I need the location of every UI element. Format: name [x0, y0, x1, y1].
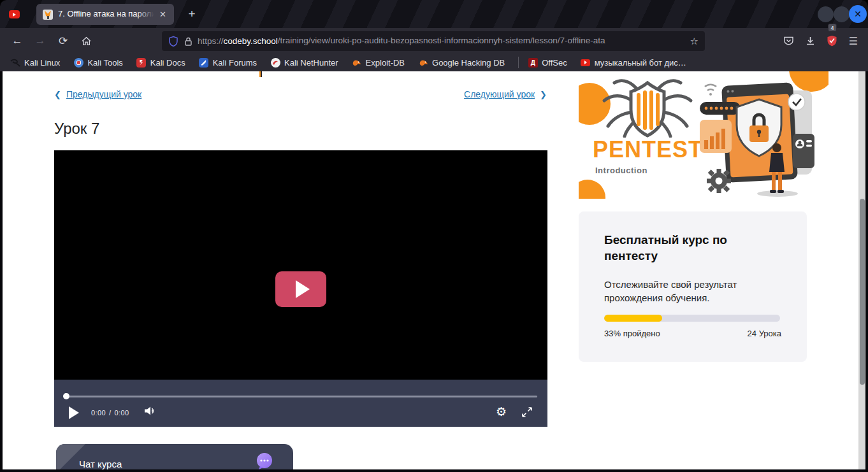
window-close-button[interactable]: ✕ [849, 5, 867, 23]
brand-subtitle: Introduction [595, 166, 647, 175]
reload-button[interactable]: ⟳ [54, 28, 73, 54]
time-display: 0:00 / 0:00 [91, 409, 129, 417]
bookmark-star-icon[interactable]: ☆ [690, 36, 698, 47]
pentest-spider-logo-icon [597, 76, 698, 138]
youtube-icon [581, 57, 591, 68]
download-icon [805, 36, 816, 46]
pocket-button[interactable] [779, 28, 798, 54]
tab-bar: 7. Offline атака на пароли ✕ + ✕ [0, 0, 868, 28]
menu-button[interactable]: ☰ [844, 28, 863, 54]
extension-badge: 4 [828, 24, 837, 32]
big-play-button[interactable] [275, 271, 326, 307]
course-card-text: Отслеживайте свой результат прохождения … [604, 278, 751, 304]
orange-blob-decoration [579, 180, 605, 199]
tracking-protection-shield-icon[interactable] [168, 36, 178, 47]
window-minimize-button[interactable] [818, 6, 834, 22]
fullscreen-button[interactable] [521, 406, 533, 420]
lessons-count-label: 24 Урока [748, 329, 781, 338]
seek-handle[interactable] [63, 393, 69, 399]
google-hacking-db-icon [418, 57, 428, 68]
progress-percent-label: 33% пройдено [604, 329, 660, 338]
chevron-left-icon: ❮ [54, 90, 61, 99]
home-button[interactable] [76, 28, 96, 54]
browser-window: 7. Offline атака на пароли ✕ + ✕ ← → ⟳ h… [0, 0, 868, 472]
course-card-title: Бесплатный курс по пентесту [604, 232, 770, 264]
video-player: 0:00 / 0:00 ⚙ [54, 150, 547, 427]
bookmarks-separator [518, 57, 519, 68]
brand-title: PENTEST [593, 136, 703, 163]
chevron-right-icon: ❯ [540, 90, 547, 99]
url-domain: codeby.school [224, 36, 278, 46]
kali-docs-icon [136, 57, 147, 68]
url-path: /training/view/uroki-po-auditu-bezopasno… [278, 36, 605, 45]
tab-close-icon[interactable]: ✕ [157, 8, 169, 20]
video-controls-bar: 0:00 / 0:00 ⚙ [54, 380, 547, 427]
url-scheme: https:// [198, 36, 224, 46]
bookmark-kali-forums[interactable]: Kali Forums [199, 55, 257, 69]
settings-button[interactable]: ⚙ [496, 404, 507, 419]
pocket-icon [783, 36, 794, 46]
bookmarks-toolbar: Kali Linux Kali Tools Kali Docs Kali For… [0, 54, 868, 71]
bookmark-kali-linux[interactable]: Kali Linux [10, 55, 60, 69]
navigation-toolbar: ← → ⟳ https://codeby.school/training/vie… [0, 28, 868, 54]
previous-lesson-link[interactable]: ❮ Предыдущий урок [54, 89, 141, 99]
play-button[interactable] [69, 406, 79, 419]
lesson-title: Урок 7 [54, 120, 99, 138]
kali-linux-icon [10, 57, 20, 68]
chat-bubble-icon[interactable] [255, 452, 274, 469]
bookmark-music-bot[interactable]: музыкальный бот дис… [581, 55, 686, 69]
volume-button[interactable] [143, 405, 156, 419]
page-scrollbar-thumb[interactable] [860, 199, 865, 385]
back-button[interactable]: ← [8, 28, 27, 54]
play-icon [296, 280, 310, 298]
downloads-button[interactable] [800, 28, 820, 54]
exploit-db-icon [352, 57, 362, 68]
bookmark-exploit-db[interactable]: Exploit-DB [352, 55, 405, 69]
adblock-extension-button[interactable]: 4 [822, 28, 841, 54]
next-lesson-link[interactable]: Следующий урок ❯ [464, 89, 547, 99]
pinned-tab-youtube[interactable] [9, 10, 20, 18]
course-banner: PENTEST Introduction [579, 71, 828, 199]
bookmark-offsec[interactable]: Д OffSec [528, 55, 567, 69]
home-icon [81, 36, 92, 46]
course-progress-fill [604, 315, 662, 322]
kali-forums-icon [199, 57, 209, 68]
volume-icon [143, 405, 156, 417]
kali-tools-icon [73, 57, 83, 68]
bookmark-kali-docs[interactable]: Kali Docs [136, 55, 185, 69]
offsec-icon: Д [528, 57, 538, 68]
security-illustration [700, 73, 814, 199]
current-time: 0:00 [91, 409, 106, 417]
youtube-icon [13, 13, 16, 17]
tab-title: 7. Offline атака на пароли [58, 9, 154, 20]
bookmark-kali-tools[interactable]: Kali Tools [73, 55, 122, 69]
url-bar[interactable]: https://codeby.school/training/view/urok… [162, 31, 705, 51]
video-screen[interactable] [54, 150, 547, 380]
codeby-favicon-icon [43, 10, 53, 20]
seek-bar[interactable] [66, 396, 537, 397]
course-chat-widget[interactable]: Чат курса [56, 444, 293, 469]
forward-button[interactable]: → [31, 28, 50, 54]
bookmark-kali-nethunter[interactable]: Kali NetHunter [270, 55, 338, 69]
course-progress-card: Бесплатный курс по пентесту Отслеживайте… [579, 211, 807, 362]
adguard-shield-icon [827, 35, 837, 46]
course-progress-bar [604, 315, 780, 322]
new-tab-button[interactable]: + [184, 6, 200, 22]
kali-nethunter-icon [270, 57, 280, 68]
fullscreen-icon [521, 406, 533, 418]
lock-icon[interactable] [184, 36, 192, 46]
window-maximize-button[interactable] [834, 6, 850, 22]
url-text: https://codeby.school/training/view/urok… [198, 36, 686, 47]
page-content: ❮ Предыдущий урок Следующий урок ❯ Урок … [3, 71, 865, 469]
tab-active-lesson[interactable]: 7. Offline атака на пароли ✕ [36, 4, 174, 25]
chat-title: Чат курса [79, 459, 122, 469]
bookmark-google-hacking-db[interactable]: Google Hacking DB [418, 55, 505, 69]
duration: 0:00 [114, 409, 129, 417]
